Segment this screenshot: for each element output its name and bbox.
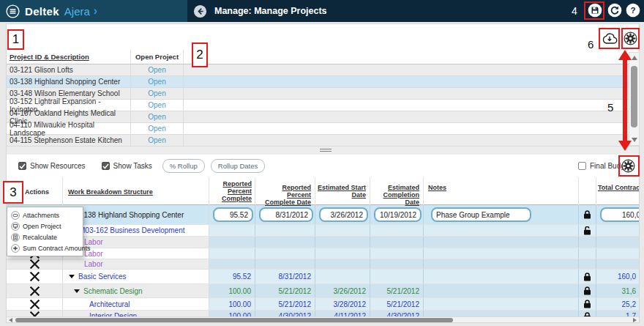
collapse-arrow-icon[interactable] (74, 289, 80, 293)
column-header-estimated-completion-date[interactable]: Estimated Completion Date (370, 177, 424, 205)
rpc-cell (209, 248, 255, 259)
ecd-value: 5/21/2012 (387, 300, 424, 308)
context-menu-item[interactable]: Sum Contract Amounts (7, 242, 83, 253)
wbs-row[interactable]: 03-138 Highland Shopping Center (7, 205, 639, 225)
context-menu-item[interactable]: Open Project (7, 221, 83, 231)
column-header-wbs[interactable]: Work Breakdown Structure (63, 177, 209, 205)
column-header-reported-percent-complete-date[interactable]: Reported Percent Complete Date (255, 177, 315, 205)
hamburger-icon[interactable] (6, 4, 20, 18)
ecd-value: 5/21/2012 (387, 287, 424, 295)
context-menu-item[interactable]: Recalculate (7, 231, 83, 242)
rpcd-input[interactable] (259, 207, 313, 222)
crossed-tools-icon[interactable] (30, 286, 40, 296)
scroll-left-icon[interactable] (9, 318, 12, 322)
plus-icon (11, 244, 20, 253)
lock-closed-icon[interactable] (583, 273, 591, 281)
rpcd-value: 5/21/2012 (279, 287, 315, 295)
column-header-lock (579, 177, 596, 205)
project-row[interactable]: 04-110 Milwaukie Hospital LandscapeOpen (7, 123, 630, 135)
title-area: Manage: Manage Projects (187, 0, 327, 22)
panel-splitter[interactable] (6, 147, 640, 155)
notes-cell (424, 284, 579, 297)
vertical-scrollbar[interactable] (629, 52, 640, 146)
horizontal-scrollbar-thumb[interactable] (15, 318, 453, 322)
annotation-number-4: 4 (572, 5, 577, 17)
column-header-project-id[interactable]: Project ID & Description (7, 50, 131, 64)
wbs-label[interactable]: Basic Services (78, 273, 127, 281)
ecd-input[interactable] (374, 207, 422, 222)
splitter-handle-icon[interactable] (320, 149, 332, 152)
column-header-estimated-start-date[interactable]: Estimated Start Date (315, 177, 370, 205)
percent-rollup-button[interactable]: % Rollup (162, 159, 205, 173)
open-project-link[interactable]: Open (131, 111, 184, 122)
monitor-icon (11, 222, 20, 231)
lock-closed-icon[interactable] (583, 210, 591, 219)
wbs-row[interactable]: Labor (7, 237, 639, 248)
tca-input[interactable] (600, 207, 640, 222)
vertical-scrollbar-thumb[interactable] (631, 66, 637, 127)
notes-cell (424, 205, 579, 224)
tca-cell (596, 205, 640, 224)
notes-input[interactable] (431, 207, 531, 222)
esd-input[interactable] (319, 207, 368, 222)
crossed-tools-icon[interactable] (30, 272, 40, 281)
rpc-input[interactable] (213, 207, 253, 222)
esd-cell (315, 237, 370, 248)
wbs-row[interactable]: Basic Services95.528/31/2012160,0 (7, 270, 639, 284)
wbs-row[interactable]: M03-162 Business Development (7, 225, 639, 237)
wbs-cell: Labor (63, 259, 209, 269)
lock-closed-icon[interactable] (583, 286, 591, 295)
help-icon[interactable]: ? (626, 3, 640, 18)
wbs-row[interactable]: Labor (7, 259, 639, 270)
lock-open-icon[interactable] (583, 226, 591, 235)
wbs-row[interactable]: Architectural100.005/21/20123/28/20125/2… (7, 298, 639, 311)
ecd-cell (370, 270, 424, 284)
wbs-cell: 03-138 Highland Shopping Center (63, 205, 209, 224)
wbs-cell: Architectural (63, 298, 209, 310)
wbs-row[interactable]: Schematic Design100.005/21/20123/26/2012… (7, 284, 639, 298)
tca-value: 160,0 (618, 273, 640, 281)
project-row-spacer (184, 123, 630, 134)
wbs-label[interactable]: Architectural (89, 300, 130, 308)
project-row[interactable]: 03-121 Glison LoftsOpen (7, 64, 630, 76)
horizontal-scrollbar[interactable] (7, 316, 639, 323)
brand-area[interactable]: Deltek Ajera › (0, 0, 187, 22)
scroll-up-icon[interactable] (632, 56, 637, 60)
back-icon[interactable] (193, 4, 207, 18)
scroll-down-icon[interactable] (632, 138, 637, 142)
open-project-link[interactable]: Open (131, 76, 184, 87)
wbs-label[interactable]: M03-162 Business Development (79, 226, 185, 234)
open-project-link[interactable]: Open (131, 123, 184, 134)
collapse-arrow-icon[interactable] (69, 275, 75, 278)
final-budget-checkbox[interactable] (578, 162, 586, 170)
page-title: Manage: Manage Projects (214, 6, 327, 16)
wbs-row[interactable]: Labor (7, 248, 639, 259)
open-project-link[interactable]: Open (131, 135, 184, 146)
wbs-label[interactable]: Schematic Design (83, 287, 143, 295)
wbs-table-panel: Actions Work Breakdown Structure Reporte… (6, 177, 640, 323)
scroll-right-icon[interactable] (633, 318, 637, 322)
column-header-notes[interactable]: Notes (424, 177, 579, 205)
crossed-tools-icon[interactable] (30, 300, 40, 309)
open-project-link[interactable]: Open (131, 100, 184, 111)
project-row[interactable]: 04-115 Stephenson Estate KitchenOpen (7, 135, 630, 147)
paperclip-icon (11, 211, 20, 220)
project-row[interactable]: 03-138 Highland Shopping CenterOpen (7, 76, 630, 88)
open-project-link[interactable]: Open (131, 64, 184, 75)
open-project-link[interactable]: Open (131, 88, 184, 99)
refresh-icon[interactable] (607, 3, 622, 18)
context-menu-item[interactable]: Attachments (7, 210, 83, 221)
show-resources-checkbox[interactable] (18, 162, 26, 170)
lock-cell (579, 205, 596, 224)
calculator-icon (11, 233, 20, 242)
wbs-label[interactable]: Labor (84, 260, 103, 268)
column-header-total-contract-amount[interactable]: Total Contract Amount (596, 177, 640, 205)
rollup-dates-button[interactable]: Rollup Dates (211, 159, 265, 173)
crossed-tools-icon[interactable] (30, 259, 40, 269)
rpc-cell (209, 225, 255, 236)
column-header-reported-percent-complete[interactable]: Reported Percent Complete (209, 177, 255, 205)
lock-closed-icon[interactable] (583, 300, 591, 308)
wbs-label[interactable]: 03-138 Highland Shopping Center (73, 211, 184, 219)
rpcd-cell: 5/21/2012 (255, 298, 315, 310)
show-tasks-checkbox[interactable] (102, 162, 110, 170)
